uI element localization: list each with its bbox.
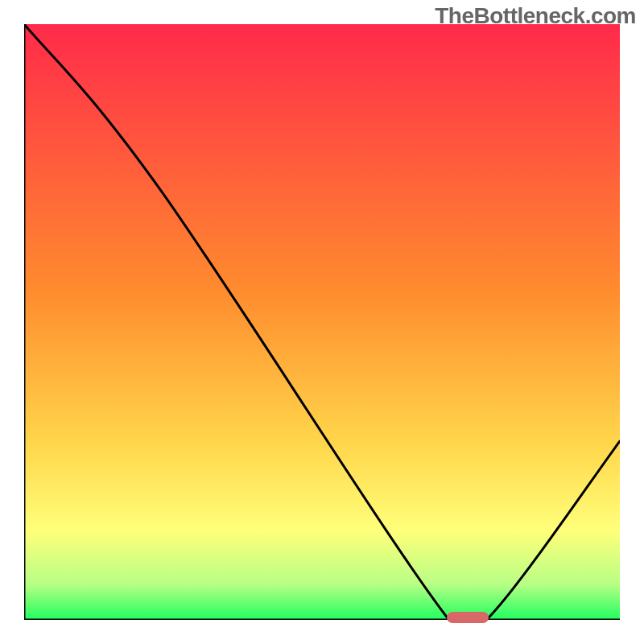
minimum-marker: [447, 612, 489, 623]
chart-svg: [24, 24, 620, 620]
chart-background: [24, 24, 620, 620]
chart-area: [24, 24, 620, 620]
